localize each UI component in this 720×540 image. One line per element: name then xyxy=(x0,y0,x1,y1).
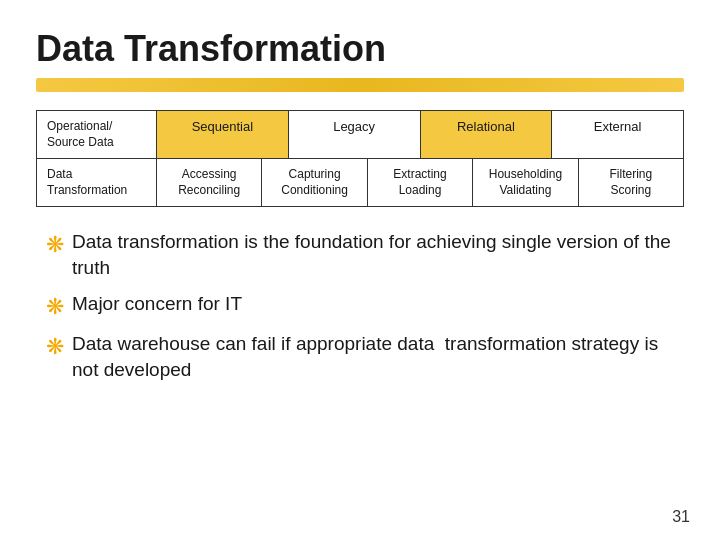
cell-filtering: FilteringScoring xyxy=(579,159,683,206)
decorative-bar xyxy=(36,78,684,92)
cell-external: External xyxy=(552,111,683,158)
table-row: DataTransformation AccessingReconciling … xyxy=(37,159,683,206)
table-row: Operational/Source Data Sequential Legac… xyxy=(37,111,683,159)
bullet-icon: ❋ xyxy=(46,332,64,362)
cell-householding: HouseholdingValidating xyxy=(473,159,578,206)
list-item: ❋ Data warehouse can fail if appropriate… xyxy=(46,331,684,382)
bullet-icon: ❋ xyxy=(46,292,64,322)
bullet-icon: ❋ xyxy=(46,230,64,260)
bullet-section: ❋ Data transformation is the foundation … xyxy=(36,229,684,382)
cell-capturing: CapturingConditioning xyxy=(262,159,367,206)
bullet-text-2: Major concern for IT xyxy=(72,291,242,317)
cell-extracting: ExtractingLoading xyxy=(368,159,473,206)
cell-legacy: Legacy xyxy=(289,111,421,158)
bullet-text-3: Data warehouse can fail if appropriate d… xyxy=(72,331,684,382)
page-number: 31 xyxy=(672,508,690,526)
page-title: Data Transformation xyxy=(36,28,684,70)
cell-accessing: AccessingReconciling xyxy=(157,159,262,206)
transformation-table: Operational/Source Data Sequential Legac… xyxy=(36,110,684,207)
row2-label: DataTransformation xyxy=(37,159,157,206)
bullet-text-1: Data transformation is the foundation fo… xyxy=(72,229,684,280)
slide: Data Transformation Operational/Source D… xyxy=(0,0,720,540)
list-item: ❋ Major concern for IT xyxy=(46,291,684,322)
cell-relational: Relational xyxy=(421,111,553,158)
cell-sequential: Sequential xyxy=(157,111,289,158)
row1-label: Operational/Source Data xyxy=(37,111,157,158)
list-item: ❋ Data transformation is the foundation … xyxy=(46,229,684,280)
